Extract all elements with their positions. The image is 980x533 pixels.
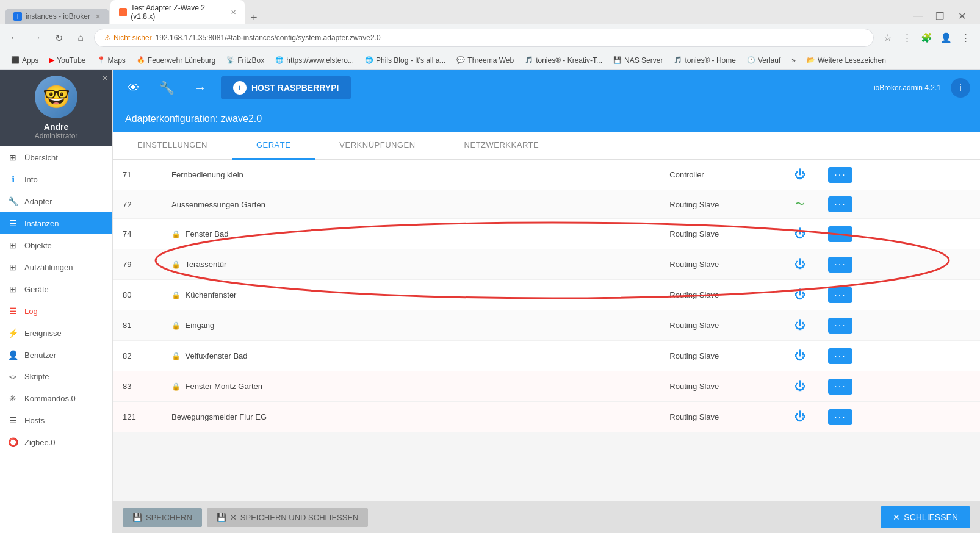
sidebar-item-benutzer[interactable]: 👤 Benutzer [0,344,112,366]
sidebar-item-zigbee[interactable]: ⭕ Zigbee.0 [0,431,112,453]
power-button-121[interactable]: ⏻ [792,408,808,426]
zigbee-icon: ⭕ [7,437,18,447]
home-button[interactable]: ⌂ [72,29,89,46]
more-button-72[interactable]: ··· [828,196,852,212]
device-type-81: Routing Slave [660,310,782,341]
sidebar-item-instanzen[interactable]: ☰ Instanzen [0,212,112,234]
sidebar-item-hosts[interactable]: ☰ Hosts [0,409,112,431]
sidebar-label-hosts: Hosts [24,416,45,425]
tab1-label: instances - ioBroker [26,12,90,21]
browser-menu-button[interactable]: ⋮ [898,29,915,46]
minimize-button[interactable]: — [909,7,926,24]
eye-button[interactable]: 👁 [123,76,145,100]
sidebar-item-kommandos[interactable]: ✳ Kommandos.0 [0,387,112,409]
bookmark-phils[interactable]: 🌐 Phils Blog - It's all a... [360,55,450,66]
tab-einstellungen[interactable]: EINSTELLUNGEN [113,132,232,160]
bookmark-tonies-home[interactable]: 🎵 tonies® - Home [669,55,741,66]
bookmark-youtube[interactable]: ▶ YouTube [45,55,90,66]
device-power-79: ⏻ [782,249,818,280]
bookmark-youtube-label: YouTube [57,56,85,65]
bookmark-more-arrow[interactable]: » [787,55,801,66]
device-id-121: 121 [113,402,162,432]
tab-netzwerkkarte[interactable]: NETZWERKKARTE [440,132,564,160]
more-button-121[interactable]: ··· [828,409,852,425]
weitere-icon: 📂 [807,56,815,64]
sidebar-item-adapter[interactable]: 🔧 Adapter [0,190,112,212]
power-button-82[interactable]: ⏻ [792,347,808,365]
save-button[interactable]: 💾 SPEICHERN [123,508,202,527]
power-button-80[interactable]: ⏻ [792,286,808,304]
extensions-button[interactable]: 🧩 [918,29,935,46]
device-id-72: 72 [113,190,162,219]
bookmark-feuerwehr-label: Feuerwehr Lüneburg [148,56,215,65]
profile-button[interactable]: 👤 [937,29,954,46]
sidebar-item-objekte[interactable]: ⊞ Objekte [0,234,112,256]
host-label: HOST RASPBERRYPI [251,83,339,93]
table-row: 74 🔒 Fenster Bad Routing Slave ⏻ [113,219,980,249]
bookmark-threema[interactable]: 💬 Threema Web [452,55,519,66]
tab-verknuepfungen[interactable]: VERKNÜPFUNGEN [315,132,439,160]
device-id-71: 71 [113,160,162,190]
instanzen-icon: ☰ [7,218,18,228]
bookmark-weitere[interactable]: 📂 Weitere Lesezeichen [802,55,891,66]
bookmark-nas-label: NAS Server [624,56,663,65]
host-raspberrypi-button[interactable]: i HOST RASPBERRYPI [221,76,351,99]
sidebar-item-ereignisse[interactable]: ⚡ Ereignisse [0,322,112,344]
sidebar-item-skripte[interactable]: <> Skripte [0,366,112,387]
forward-button[interactable]: → [28,29,45,46]
power-button-81[interactable]: ⏻ [792,317,808,334]
ereignisse-icon: ⚡ [7,328,18,338]
back-button[interactable]: ← [6,29,23,46]
sidebar-item-aufzaehlungen[interactable]: ⊞ Aufzählungen [0,256,112,278]
more-button-79[interactable]: ··· [828,257,852,273]
more-button-82[interactable]: ··· [828,348,852,364]
bookmark-star-button[interactable]: ☆ [879,29,896,46]
apps-icon: ⬛ [11,56,20,64]
more-button-80[interactable]: ··· [828,287,852,303]
sidebar-item-uebersicht[interactable]: ⊞ Übersicht [0,146,112,168]
topbar-profile-button[interactable]: i [951,78,970,98]
bookmark-feuerwehr[interactable]: 🔥 Feuerwehr Lüneburg [132,55,220,66]
power-button-74[interactable]: ⏻ [792,225,808,243]
signin-button[interactable]: → [189,76,211,100]
sidebar-label-uebersicht: Übersicht [24,153,58,162]
sidebar-nav: ⊞ Übersicht ℹ Info 🔧 Adapter ☰ Instanzen… [0,146,112,533]
tab-geraete[interactable]: GERÄTE [232,132,315,160]
new-tab-button[interactable]: + [246,12,262,24]
wrench-button[interactable]: 🔧 [154,76,179,100]
restore-button[interactable]: ❐ [931,7,948,24]
save-close-button[interactable]: 💾 ✕ SPEICHERN UND SCHLIESSEN [207,508,369,527]
tab-zwave[interactable]: T Test Adapter Z-Wave 2 (v1.8.x) ✕ [110,0,245,24]
sidebar-close-button[interactable]: ✕ [101,73,109,83]
bookmark-nas[interactable]: 💾 NAS Server [608,55,668,66]
window-close-button[interactable]: ✕ [953,7,970,24]
bookmark-apps[interactable]: ⬛ Apps [6,55,43,66]
tab-instances[interactable]: i instances - ioBroker ✕ [5,9,109,24]
sidebar-label-adapter: Adapter [24,197,52,206]
sidebar-item-log[interactable]: ☰ Log [0,300,112,322]
bookmark-verlauf[interactable]: 🕐 Verlauf [742,55,785,66]
address-input[interactable]: ⚠ Nicht sicher 192.168.171.35:8081/#tab-… [94,29,874,47]
device-spacer-71 [588,160,660,190]
bookmark-tonies-kreativ[interactable]: 🎵 tonies® - Kreativ-T... [520,55,607,66]
device-more-74: ··· [818,219,980,249]
power-button-83[interactable]: ⏻ [792,377,808,395]
more-button-83[interactable]: ··· [828,379,852,395]
tab1-close[interactable]: ✕ [95,13,101,21]
refresh-button[interactable]: ↻ [50,29,67,46]
tab2-close[interactable]: ✕ [231,9,236,16]
close-button[interactable]: ✕ SCHLIESSEN [881,506,970,528]
device-more-80: ··· [818,280,980,310]
bookmark-maps[interactable]: 📍 Maps [92,55,131,66]
power-button-79[interactable]: ⏻ [792,256,808,273]
more-button-81[interactable]: ··· [828,318,852,334]
sidebar-item-geraete[interactable]: ⊞ Geräte [0,278,112,300]
power-button-71[interactable]: ⏻ [792,166,808,184]
sidebar-label-kommandos: Kommandos.0 [24,394,76,403]
more-button-74[interactable]: ··· [828,226,852,242]
sidebar-item-info[interactable]: ℹ Info [0,168,112,190]
bookmark-fritzbox[interactable]: 📡 FritzBox [222,55,269,66]
bookmark-elstero[interactable]: 🌐 https://www.elstero... [270,55,359,66]
more-menu-button[interactable]: ⋮ [957,29,974,46]
more-button-71[interactable]: ··· [828,167,852,183]
